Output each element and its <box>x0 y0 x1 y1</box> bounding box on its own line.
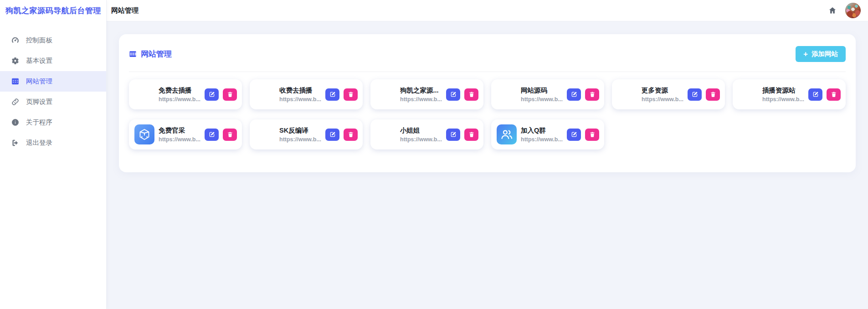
brand-title: 狗凯之家源码导航后台管理 <box>0 0 106 21</box>
panel-divider <box>129 72 846 72</box>
site-name: 狗凯之家源... <box>400 86 443 95</box>
edit-icon <box>329 91 336 98</box>
edit-site-button[interactable] <box>205 88 219 101</box>
panel-header: 网站管理 + 添加网站 <box>129 45 846 62</box>
delete-site-button[interactable] <box>585 88 599 101</box>
delete-site-button[interactable] <box>827 88 841 101</box>
edit-icon <box>812 91 819 98</box>
site-icon-placeholder <box>738 84 758 104</box>
site-name: 网站源码 <box>521 86 564 95</box>
delete-site-button[interactable] <box>344 129 358 141</box>
edit-site-button[interactable] <box>808 88 822 101</box>
page-title: 网站管理 <box>111 6 139 15</box>
site-url: https://www.b... <box>279 96 323 103</box>
site-url: https://www.b... <box>521 96 564 103</box>
site-url: https://www.b... <box>642 96 685 103</box>
delete-site-button[interactable] <box>585 129 599 141</box>
app-root: 狗凯之家源码导航后台管理 控制面板 基本设置 <box>0 0 868 309</box>
sidebar: 狗凯之家源码导航后台管理 控制面板 基本设置 <box>0 0 107 309</box>
site-card-4: 更多资源 https://www.b... <box>612 79 725 109</box>
sidebar-item-0[interactable]: 控制面板 <box>0 30 106 51</box>
sidebar-item-5[interactable]: 退出登录 <box>0 133 106 153</box>
sidebar-item-label: 控制面板 <box>26 36 52 45</box>
edit-site-button[interactable] <box>325 88 339 101</box>
edit-site-button[interactable] <box>446 88 460 101</box>
delete-site-button[interactable] <box>223 129 237 141</box>
sidebar-item-3[interactable]: 页脚设置 <box>0 92 106 112</box>
site-card-5: 插播资源站 https://www.b... <box>733 79 846 109</box>
add-site-button[interactable]: + 添加网站 <box>796 46 846 62</box>
user-avatar[interactable] <box>845 3 861 18</box>
dashboard-icon <box>11 36 19 44</box>
delete-site-button[interactable] <box>223 88 237 101</box>
sidebar-item-label: 关于程序 <box>26 118 52 127</box>
site-management-panel: 网站管理 + 添加网站 免费去插播 https://www.b... <box>119 34 856 172</box>
site-url: https://www.b... <box>400 96 443 103</box>
edit-site-button[interactable] <box>205 129 219 141</box>
site-card-3: 网站源码 https://www.b... <box>491 79 604 109</box>
home-icon[interactable] <box>827 5 838 16</box>
content-area: 网站管理 + 添加网站 免费去插播 https://www.b... <box>107 21 868 309</box>
site-url: https://www.b... <box>159 96 202 103</box>
site-url: https://www.b... <box>762 96 806 103</box>
site-url: https://www.b... <box>279 136 323 143</box>
edit-site-button[interactable] <box>446 129 460 141</box>
site-name: 加入Q群 <box>521 126 564 135</box>
sidebar-item-label: 页脚设置 <box>26 98 52 106</box>
edit-site-button[interactable] <box>567 88 581 101</box>
topbar-right <box>827 3 861 18</box>
site-card-2: 狗凯之家源... https://www.b... <box>370 79 483 109</box>
trash-icon <box>831 91 837 98</box>
info-icon <box>11 118 19 126</box>
site-card-8: 小姐姐 https://www.b... <box>370 119 483 149</box>
trash-icon <box>227 131 233 138</box>
site-icon-placeholder <box>255 124 275 144</box>
site-card-6: 免费官采 https://www.b... <box>129 119 242 149</box>
trash-icon <box>348 91 354 98</box>
site-card-1: 收费去插播 https://www.b... <box>250 79 363 109</box>
site-icon-placeholder <box>497 84 517 104</box>
site-icon-placeholder <box>376 84 396 104</box>
site-name: 更多资源 <box>642 86 685 95</box>
trash-icon <box>468 131 475 138</box>
edit-site-button[interactable] <box>325 129 339 141</box>
trash-icon <box>348 131 354 138</box>
site-card-9: 加入Q群 https://www.b... <box>491 119 604 149</box>
trash-icon <box>468 91 475 98</box>
sidebar-nav: 控制面板 基本设置 网站管理 页脚设置 <box>0 21 106 153</box>
main-column: 网站管理 网站管理 + 添加网站 <box>107 0 868 309</box>
edit-icon <box>571 131 577 138</box>
delete-site-button[interactable] <box>464 129 478 141</box>
delete-site-button[interactable] <box>706 88 720 101</box>
site-url: https://www.b... <box>159 136 202 143</box>
delete-site-button[interactable] <box>464 88 478 101</box>
sidebar-item-1[interactable]: 基本设置 <box>0 51 106 71</box>
edit-icon <box>450 91 457 98</box>
edit-icon <box>692 91 698 98</box>
site-icon-placeholder <box>255 84 275 104</box>
edit-site-button[interactable] <box>567 129 581 141</box>
sidebar-item-2[interactable]: 网站管理 <box>0 71 106 92</box>
trash-icon <box>589 91 596 98</box>
site-card-7: SK反编译 https://www.b... <box>250 119 363 149</box>
site-grid: 免费去插播 https://www.b... 收费去插播 https://www… <box>129 79 846 149</box>
link-icon <box>11 98 19 106</box>
edit-site-button[interactable] <box>688 88 702 101</box>
delete-site-button[interactable] <box>344 88 358 101</box>
site-url: https://www.b... <box>400 136 443 143</box>
add-site-button-label: 添加网站 <box>812 50 838 58</box>
sidebar-item-4[interactable]: 关于程序 <box>0 112 106 133</box>
site-name: 免费去插播 <box>159 86 202 95</box>
settings-icon <box>11 57 19 65</box>
site-icon-placeholder <box>134 84 154 104</box>
grid-icon <box>11 77 19 85</box>
trash-icon <box>589 131 596 138</box>
trash-icon <box>710 91 716 98</box>
site-icon-placeholder <box>617 84 637 104</box>
site-name: SK反编译 <box>279 126 323 135</box>
group-site-icon <box>497 124 517 144</box>
site-name: 插播资源站 <box>762 86 806 95</box>
panel-title-text: 网站管理 <box>141 49 172 59</box>
site-name: 收费去插播 <box>279 86 323 95</box>
edit-icon <box>209 91 215 98</box>
